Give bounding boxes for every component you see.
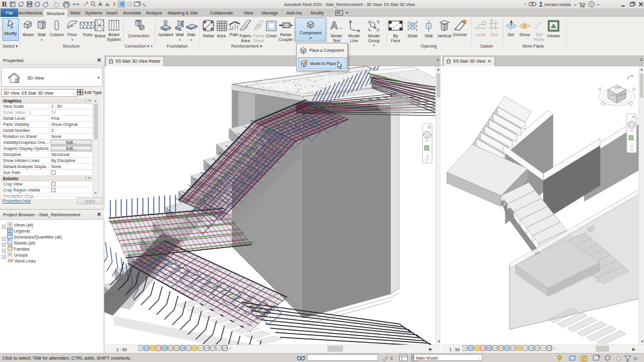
svg-text:‹: ‹	[554, 346, 555, 351]
svg-text:A: A	[98, 1, 103, 7]
svg-text:?: ?	[590, 2, 593, 7]
svg-text:tomasz.fudala: tomasz.fudala	[545, 2, 571, 7]
svg-text:A: A	[330, 20, 338, 31]
svg-text::0: :0	[633, 357, 637, 361]
svg-text:‹: ‹	[229, 346, 231, 351]
svg-text:R: R	[2, 1, 7, 8]
